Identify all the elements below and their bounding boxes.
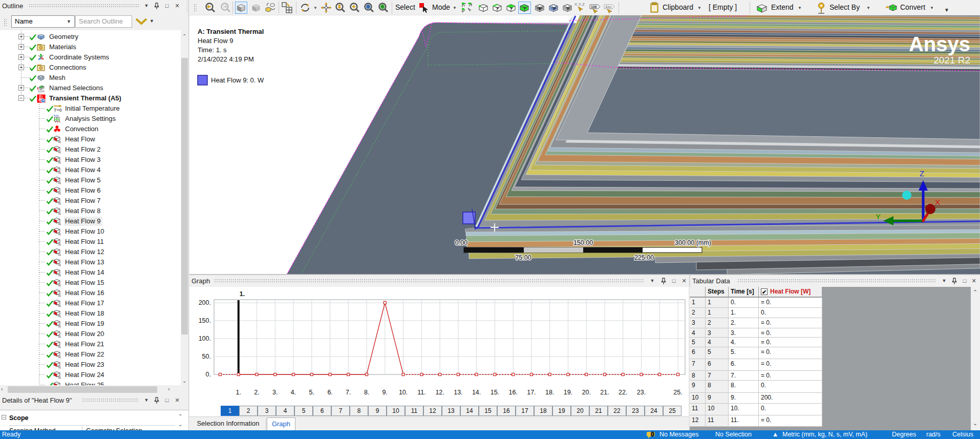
svg-text:16.: 16. (509, 389, 518, 396)
svg-text:Abc: Abc (605, 5, 612, 9)
svg-text:Ansys: Ansys (909, 33, 970, 55)
svg-text:15.: 15. (491, 389, 499, 396)
svg-text:12.: 12. (435, 389, 444, 396)
svg-text:300.00 (mm): 300.00 (mm) (675, 239, 711, 246)
svg-text:Z: Z (920, 169, 924, 178)
svg-text:4.: 4. (291, 389, 296, 396)
svg-text:19.: 19. (564, 389, 572, 396)
svg-text:14.: 14. (472, 389, 481, 396)
svg-text:0.00: 0.00 (455, 239, 467, 246)
svg-text:X: X (935, 198, 940, 206)
svg-text:0.: 0. (206, 371, 211, 378)
svg-text:2021 R2: 2021 R2 (933, 55, 970, 66)
svg-text:150.: 150. (199, 317, 211, 324)
svg-text:225.00: 225.00 (634, 254, 654, 261)
svg-text:5.: 5. (309, 389, 314, 396)
svg-text:11.: 11. (417, 389, 425, 396)
svg-text:150.00: 150.00 (573, 239, 593, 246)
svg-text:8.: 8. (364, 389, 369, 396)
svg-text:1.: 1. (240, 290, 245, 298)
svg-text:3.: 3. (272, 389, 278, 396)
svg-text:T=0: T=0 (54, 108, 62, 113)
svg-text:13.: 13. (454, 389, 462, 396)
svg-text:0: 0 (651, 431, 654, 438)
svg-text:Heat Flow 9: Heat Flow 9 (198, 37, 233, 45)
svg-text:A: Transient Thermal: A: Transient Thermal (198, 28, 264, 35)
svg-text:6.: 6. (327, 389, 332, 396)
svg-text:Time: 1. s: Time: 1. s (198, 46, 227, 54)
svg-text:20.: 20. (582, 389, 591, 396)
svg-text:25.: 25. (673, 389, 682, 396)
svg-text:Y: Y (876, 212, 881, 221)
svg-text:10.: 10. (399, 389, 408, 396)
svg-text:100: 100 (591, 5, 597, 9)
svg-text:7.: 7. (346, 389, 351, 396)
svg-text:9.: 9. (382, 389, 388, 396)
svg-text:18.: 18. (545, 389, 554, 396)
svg-text:1.: 1. (236, 389, 241, 396)
svg-text:200.: 200. (199, 299, 211, 306)
svg-text:Heat Flow 9: 0. W: Heat Flow 9: 0. W (211, 76, 264, 84)
svg-text:100.: 100. (199, 335, 211, 342)
svg-text:75.00: 75.00 (515, 254, 531, 261)
svg-text:21.: 21. (600, 389, 609, 396)
svg-text:50.: 50. (202, 353, 211, 360)
svg-text:22.: 22. (619, 389, 627, 396)
svg-text:23.: 23. (637, 389, 646, 396)
svg-text:2/14/2022 4:19 PM: 2/14/2022 4:19 PM (198, 55, 254, 63)
svg-text:2.: 2. (254, 389, 259, 396)
svg-text:17.: 17. (527, 389, 536, 396)
